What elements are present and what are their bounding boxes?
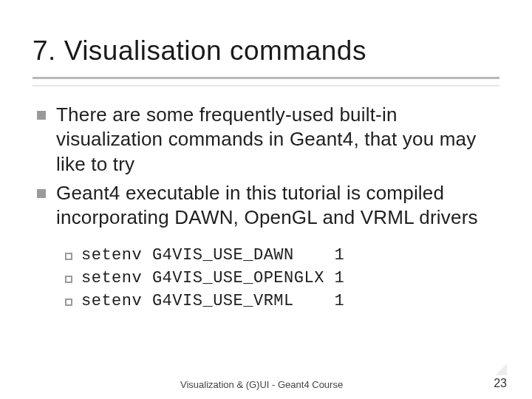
spacer (33, 234, 499, 242)
hollow-square-bullet-icon (65, 276, 72, 283)
hollow-square-bullet-icon (65, 299, 72, 306)
page-number: 23 (494, 377, 507, 390)
slide-title: 7. Visualisation commands (33, 21, 499, 74)
bullet-item: There are some frequently-used built-in … (37, 103, 499, 177)
sub-bullet-item: setenv G4VIS_USE_DAWN 1 (65, 246, 499, 265)
corner-fold-icon (495, 364, 507, 375)
sub-bullet-item: setenv G4VIS_USE_OPENGLX 1 (65, 269, 499, 287)
bullet-item: Geant4 executable in this tutorial is co… (37, 181, 499, 231)
footer-text: Visualization & (G)UI - Geant4 Course (30, 379, 494, 390)
sub-bullet-item: setenv G4VIS_USE_VRML 1 (65, 292, 499, 310)
slide: 7. Visualisation commands There are some… (0, 0, 532, 399)
title-underline-shadow (33, 85, 499, 86)
hollow-square-bullet-icon (65, 253, 72, 260)
title-underline (33, 77, 499, 79)
slide-footer: Visualization & (G)UI - Geant4 Course 23 (0, 377, 532, 390)
bullet-text: Geant4 executable in this tutorial is co… (56, 181, 499, 231)
env-command: setenv G4VIS_USE_DAWN 1 (81, 246, 344, 265)
env-command: setenv G4VIS_USE_OPENGLX 1 (81, 269, 344, 287)
square-bullet-icon (37, 111, 46, 120)
bullet-text: There are some frequently-used built-in … (56, 103, 499, 177)
square-bullet-icon (37, 189, 46, 198)
env-command: setenv G4VIS_USE_VRML 1 (81, 292, 344, 310)
